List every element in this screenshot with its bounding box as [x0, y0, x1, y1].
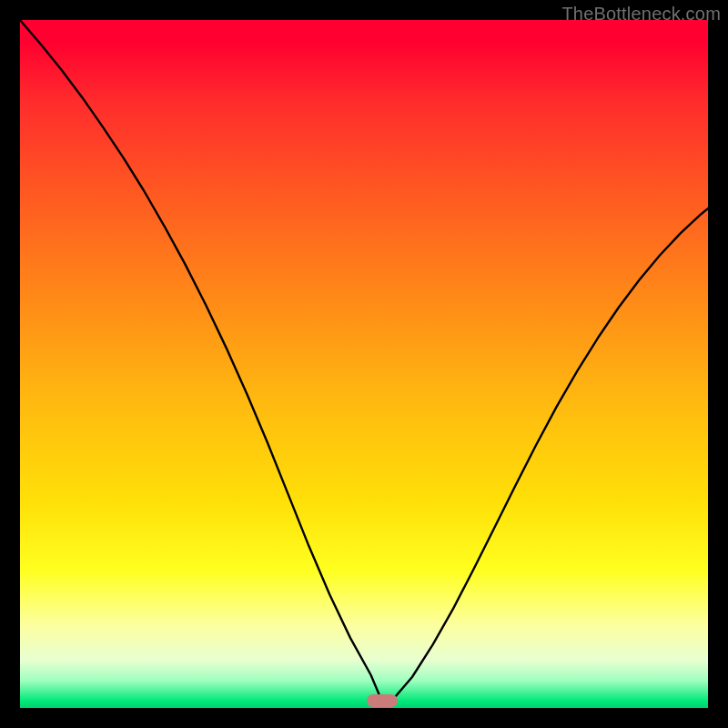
watermark-text: TheBottleneck.com: [561, 4, 721, 25]
chart-canvas: TheBottleneck.com: [0, 0, 728, 728]
bottleneck-curve: [20, 20, 708, 701]
plot-area: [20, 20, 708, 708]
curve-layer: [20, 20, 708, 708]
optimal-point-marker: [367, 694, 398, 707]
